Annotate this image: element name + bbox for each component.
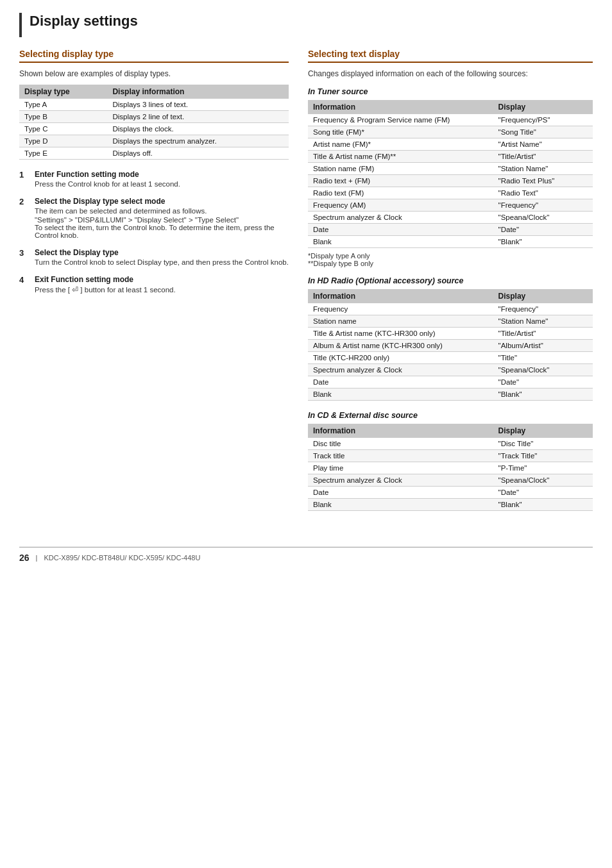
hd-radio-row: Album & Artist name (KTC-HR300 only)"Alb… [308, 340, 593, 352]
hd-radio-row: Blank"Blank" [308, 388, 593, 401]
step-number: 4 [19, 275, 30, 285]
hd-info-cell: Station name [308, 315, 493, 328]
tuner-info-cell: Blank [308, 236, 493, 248]
display-type-cell: Type B [19, 111, 107, 123]
tuner-row: Song title (FM)*"Song Title" [308, 126, 593, 138]
cd-sub-heading: In CD & External disc source [308, 411, 593, 420]
hd-radio-row: Spectrum analyzer & Clock"Speana/Clock" [308, 364, 593, 376]
step-desc: The item can be selected and determined … [35, 207, 289, 215]
hd-radio-row: Station name"Station Name" [308, 315, 593, 328]
hd-info-cell: Date [308, 376, 493, 388]
step-number: 3 [19, 248, 30, 258]
cd-display-cell: "Track Title" [493, 450, 593, 462]
display-info-cell: Displays the clock. [107, 123, 289, 135]
tuner-row: Radio text + (FM)"Radio Text Plus" [308, 175, 593, 187]
main-layout: Selecting display type Shown below are e… [19, 49, 593, 521]
step-desc: Press the [ ⏎ ] button for at least 1 se… [35, 285, 289, 294]
cd-info-cell: Track title [308, 450, 493, 462]
step-quote: "Settings" > "DISP&ILLUMI" > "Display Se… [35, 216, 289, 224]
step-content: Exit Function setting modePress the [ ⏎ … [35, 275, 289, 296]
step-content: Select the Display typeTurn the Control … [35, 248, 289, 267]
tuner-col-display: Display [493, 100, 593, 114]
step-content: Select the Display type select modeThe i… [35, 197, 289, 240]
tuner-info-cell: Artist name (FM)* [308, 138, 493, 151]
tuner-row: Radio text (FM)"Radio Text" [308, 187, 593, 199]
step-number: 2 [19, 197, 30, 206]
tuner-info-cell: Title & Artist name (FM)** [308, 151, 493, 163]
step-title: Enter Function setting mode [35, 170, 289, 179]
hd-display-cell: "Album/Artist" [493, 340, 593, 352]
display-type-cell: Type D [19, 135, 107, 147]
cd-info-cell: Blank [308, 499, 493, 511]
cd-row: Disc title"Disc Title" [308, 438, 593, 450]
display-type-row: Type CDisplays the clock. [19, 123, 289, 135]
tuner-display-cell: "Date" [493, 224, 593, 236]
hd-info-cell: Spectrum analyzer & Clock [308, 364, 493, 376]
hd-display-cell: "Station Name" [493, 315, 593, 328]
page-footer: 26 | KDC-X895/ KDC-BT848U/ KDC-X595/ KDC… [19, 547, 593, 563]
tuner-col-info: Information [308, 100, 493, 114]
tuner-display-cell: "Frequency" [493, 199, 593, 212]
display-type-cell: Type A [19, 99, 107, 111]
display-info-cell: Displays 3 lines of text. [107, 99, 289, 111]
step-content: Enter Function setting modePress the Con… [35, 170, 289, 189]
tuner-display-cell: "Blank" [493, 236, 593, 248]
hd-col-info: Information [308, 289, 493, 303]
right-column: Selecting text display Changes displayed… [308, 49, 593, 521]
cd-display-cell: "Blank" [493, 499, 593, 511]
hd-radio-row: Frequency"Frequency" [308, 303, 593, 315]
step-extra: To select the item, turn the Control kno… [35, 224, 289, 239]
steps-list: 1Enter Function setting modePress the Co… [19, 170, 289, 296]
display-info-cell: Displays 2 line of text. [107, 111, 289, 123]
col-display-type: Display type [19, 85, 107, 99]
tuner-info-cell: Spectrum analyzer & Clock [308, 212, 493, 224]
tuner-info-cell: Frequency (AM) [308, 199, 493, 212]
tuner-info-cell: Song title (FM)* [308, 126, 493, 138]
hd-info-cell: Title & Artist name (KTC-HR300 only) [308, 328, 493, 340]
hd-display-cell: "Blank" [493, 388, 593, 401]
hd-radio-row: Date"Date" [308, 376, 593, 388]
hd-display-cell: "Title" [493, 352, 593, 364]
display-type-row: Type DDisplays the spectrum analyzer. [19, 135, 289, 147]
display-type-row: Type EDisplays off. [19, 147, 289, 160]
tuner-display-cell: "Frequency/PS" [493, 114, 593, 126]
tuner-display-cell: "Radio Text Plus" [493, 175, 593, 187]
left-intro: Shown below are examples of display type… [19, 69, 289, 78]
display-type-row: Type BDisplays 2 line of text. [19, 111, 289, 123]
cd-row: Spectrum analyzer & Clock"Speana/Clock" [308, 474, 593, 487]
tuner-row: Station name (FM)"Station Name" [308, 163, 593, 175]
tuner-row: Date"Date" [308, 224, 593, 236]
tuner-display-cell: "Speana/Clock" [493, 212, 593, 224]
hd-display-cell: "Date" [493, 376, 593, 388]
page-title: Display settings [19, 13, 593, 37]
cd-table: Information Display Disc title"Disc Titl… [308, 424, 593, 511]
hd-info-cell: Title (KTC-HR200 only) [308, 352, 493, 364]
tuner-row: Spectrum analyzer & Clock"Speana/Clock" [308, 212, 593, 224]
tuner-table: Information Display Frequency & Program … [308, 100, 593, 248]
tuner-footnote-2: **Dispaly type B only [308, 260, 593, 267]
cd-display-cell: "Speana/Clock" [493, 474, 593, 487]
cd-info-cell: Spectrum analyzer & Clock [308, 474, 493, 487]
tuner-sub-heading: In Tuner source [308, 87, 593, 96]
display-type-row: Type ADisplays 3 lines of text. [19, 99, 289, 111]
left-column: Selecting display type Shown below are e… [19, 49, 289, 306]
hd-radio-sub-heading: In HD Radio (Optional accessory) source [308, 276, 593, 285]
cd-display-cell: "P-Time" [493, 462, 593, 474]
cd-row: Track title"Track Title" [308, 450, 593, 462]
display-info-cell: Displays off. [107, 147, 289, 160]
hd-info-cell: Album & Artist name (KTC-HR300 only) [308, 340, 493, 352]
cd-row: Play time"P-Time" [308, 462, 593, 474]
left-section-heading: Selecting display type [19, 49, 289, 63]
hd-display-cell: "Frequency" [493, 303, 593, 315]
step-title: Select the Display type select mode [35, 197, 289, 206]
step-item: 3Select the Display typeTurn the Control… [19, 248, 289, 267]
cd-row: Blank"Blank" [308, 499, 593, 511]
tuner-display-cell: "Title/Artist" [493, 151, 593, 163]
hd-radio-row: Title & Artist name (KTC-HR300 only)"Tit… [308, 328, 593, 340]
hd-radio-row: Title (KTC-HR200 only)"Title" [308, 352, 593, 364]
step-desc: Press the Control knob for at least 1 se… [35, 180, 289, 188]
tuner-info-cell: Frequency & Program Service name (FM) [308, 114, 493, 126]
step-title: Select the Display type [35, 248, 289, 257]
cd-info-cell: Play time [308, 462, 493, 474]
tuner-row: Title & Artist name (FM)**"Title/Artist" [308, 151, 593, 163]
